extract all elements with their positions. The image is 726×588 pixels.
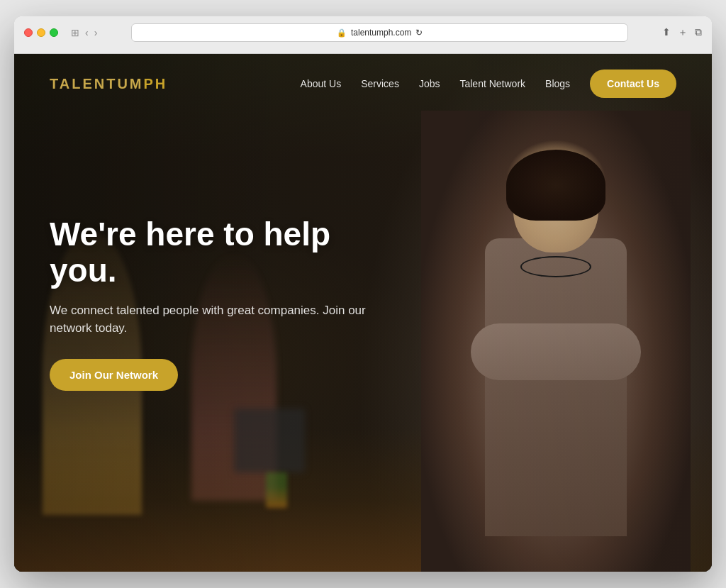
logo-part2: PH — [144, 76, 168, 91]
traffic-lights — [24, 28, 58, 37]
nav-link-talent-network[interactable]: Talent Network — [459, 78, 525, 89]
nav-item-jobs[interactable]: Jobs — [419, 77, 440, 90]
browser-titlebar: ⊞ ‹ › 🔒 talentumph.com ↻ ⬆ ＋ ⧉ — [24, 23, 702, 42]
forward-button[interactable]: › — [94, 27, 98, 38]
reload-icon[interactable]: ↻ — [415, 28, 423, 38]
browser-actions: ⬆ ＋ ⧉ — [662, 26, 702, 39]
back-button[interactable]: ‹ — [85, 27, 89, 38]
hero-title: We're here to help you. — [50, 216, 404, 288]
woman-arms — [471, 323, 641, 380]
close-button[interactable] — [24, 28, 33, 37]
nav-link-jobs[interactable]: Jobs — [419, 78, 440, 89]
hero-person-portrait — [421, 111, 691, 572]
nav-link-about[interactable]: About Us — [301, 78, 342, 89]
woman-hair — [506, 150, 605, 221]
nav-item-blogs[interactable]: Blogs — [545, 77, 570, 90]
hero-content: We're here to help you. We connect talen… — [50, 216, 404, 390]
browser-window: ⊞ ‹ › 🔒 talentumph.com ↻ ⬆ ＋ ⧉ — [14, 16, 712, 572]
nav-item-services[interactable]: Services — [361, 77, 399, 90]
lock-icon: 🔒 — [337, 28, 347, 38]
contact-us-button[interactable]: Contact Us — [590, 70, 676, 98]
new-tab-icon[interactable]: ＋ — [678, 26, 688, 39]
nav-contact-button-wrapper: Contact Us — [590, 70, 676, 98]
nav-link-services[interactable]: Services — [361, 78, 399, 89]
window-icon[interactable]: ⊞ — [71, 27, 79, 38]
site-logo[interactable]: TALENTUMPH — [50, 76, 167, 92]
woman-glasses — [520, 256, 591, 277]
minimize-button[interactable] — [37, 28, 45, 37]
address-bar-row: 🔒 talentumph.com ↻ — [111, 23, 648, 42]
logo-part1: TALENTUM — [50, 76, 144, 91]
bg-table — [14, 430, 428, 572]
nav-item-about[interactable]: About Us — [301, 77, 342, 90]
maximize-button[interactable] — [50, 28, 58, 37]
bg-monitor — [234, 409, 305, 472]
join-network-button[interactable]: Join Our Network — [50, 359, 178, 391]
share-icon[interactable]: ⬆ — [662, 26, 671, 39]
nav-item-talent-network[interactable]: Talent Network — [459, 77, 525, 90]
website-container: TALENTUMPH About Us Services Jobs Talent… — [14, 54, 712, 572]
browser-navigation: ⊞ ‹ › — [71, 27, 97, 38]
tabs-icon[interactable]: ⧉ — [695, 26, 702, 39]
nav-link-blogs[interactable]: Blogs — [545, 78, 570, 89]
hero-subtitle: We connect talented people with great co… — [50, 301, 404, 338]
browser-chrome: ⊞ ‹ › 🔒 talentumph.com ↻ ⬆ ＋ ⧉ — [14, 16, 712, 54]
nav-links: About Us Services Jobs Talent Network Bl… — [301, 70, 676, 98]
bg-plant — [266, 472, 287, 508]
address-bar[interactable]: 🔒 talentumph.com ↻ — [131, 23, 628, 42]
navbar: TALENTUMPH About Us Services Jobs Talent… — [14, 54, 712, 113]
woman-body — [485, 238, 627, 536]
url-text: talentumph.com — [351, 28, 411, 38]
